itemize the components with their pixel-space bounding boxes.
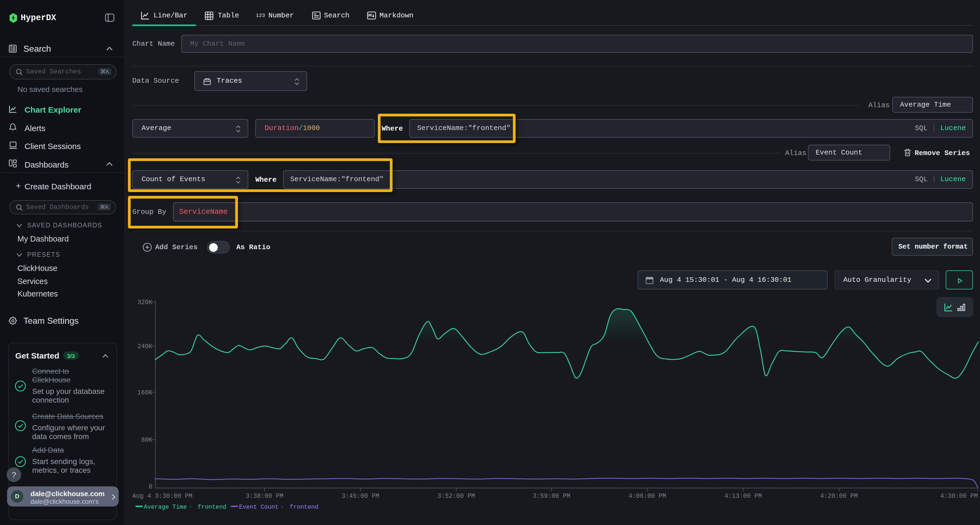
svg-text:frontend: frontend xyxy=(290,504,318,511)
svg-text:·: · xyxy=(189,504,192,511)
svg-text:80K: 80K xyxy=(141,436,153,444)
svg-text:160K: 160K xyxy=(137,389,153,397)
svg-text:Average Time: Average Time xyxy=(144,504,187,511)
svg-text:320K: 320K xyxy=(137,299,153,306)
svg-text:frontend: frontend xyxy=(197,504,226,511)
svg-text:0: 0 xyxy=(149,484,153,490)
svg-text:·: · xyxy=(280,504,284,511)
svg-text:Event Count: Event Count xyxy=(239,504,278,511)
svg-text:240K: 240K xyxy=(137,343,153,350)
